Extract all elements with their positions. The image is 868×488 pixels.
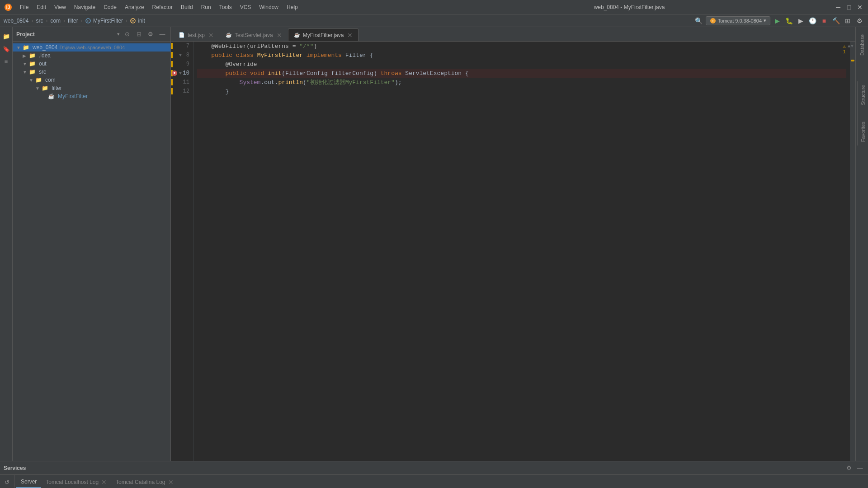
menu-window[interactable]: Window	[255, 3, 282, 11]
breadcrumb-class[interactable]: C MyFirstFilter	[85, 18, 123, 24]
run-coverage-button[interactable]: ▶	[796, 16, 806, 26]
svg-text:m: m	[132, 19, 134, 23]
window-title: web_0804 - MyFirstFilter.java	[425, 4, 834, 10]
project-settings-icon[interactable]: ⚙	[146, 30, 155, 39]
code-line-7: @WebFilter(urlPatterns = "/*")	[197, 42, 846, 51]
collapse-all-icon[interactable]: ⊟	[134, 30, 143, 39]
breadcrumb-project[interactable]: web_0804	[4, 18, 28, 24]
tree-item-com[interactable]: ▼ 📁 com	[13, 76, 170, 84]
hide-panel-icon[interactable]: —	[158, 30, 167, 39]
menu-refactor[interactable]: Refactor	[149, 3, 176, 11]
jsp-icon: 📄	[179, 32, 185, 38]
run-button[interactable]: ▶	[772, 16, 782, 26]
tree-item-filter[interactable]: ▼ 📁 filter	[13, 84, 170, 92]
profile-button[interactable]: 🕐	[807, 16, 817, 26]
tree-item-myfirstfilter[interactable]: ▶ ☕ MyFirstFilter	[13, 92, 170, 100]
server-tab[interactable]: Server	[16, 476, 41, 488]
close-catalina-log-tab[interactable]: ✕	[168, 479, 174, 486]
code-line-11: System.out.println("初始化过滤器MyFirstFilter"…	[197, 78, 846, 87]
services-tabs: Server Tomcat Localhost Log ✕ Tomcat Cat…	[14, 475, 868, 488]
editor-area: 📄 test.jsp ✕ ☕ TestServlet.java ✕ ☕ MyFi…	[171, 27, 855, 461]
code-editor[interactable]: 7 ▼ 8 9 ● ▼ 10	[171, 42, 855, 461]
services-left-toolbar: ↺ + ▶ ■ ↺ 🐛 → ← 🌐 ≡ 📋	[0, 475, 14, 488]
structure-panel-label[interactable]: Structure	[859, 81, 868, 109]
menu-bar: File Edit View Navigate Code Analyze Ref…	[16, 3, 425, 11]
project-sidebar-icon[interactable]: 📁	[1, 31, 12, 42]
fold-arrow-10[interactable]: ▼	[179, 71, 182, 76]
locate-file-icon[interactable]: ⊙	[123, 30, 132, 39]
expand-button[interactable]: ⊞	[843, 16, 853, 26]
line-num-10: ● ▼ 10	[171, 69, 193, 78]
tomcat-catalina-log-tab[interactable]: Tomcat Catalina Log ✕	[111, 476, 178, 488]
line-num-12: 12	[171, 87, 193, 96]
menu-file[interactable]: File	[16, 3, 32, 11]
services-header-right: ⚙ —	[844, 464, 864, 473]
services-hide-icon[interactable]: —	[855, 464, 864, 473]
breakpoint-icon-10[interactable]: ●	[172, 70, 177, 76]
app-logo: IJ	[4, 3, 13, 12]
services-main: Server Tomcat Localhost Log ✕ Tomcat Cat…	[14, 475, 868, 488]
database-panel-label[interactable]: Database	[858, 31, 867, 59]
tab-test-jsp[interactable]: 📄 test.jsp ✕	[173, 28, 220, 41]
breadcrumb-method[interactable]: m init	[130, 18, 145, 24]
tab-close-test-jsp[interactable]: ✕	[208, 32, 214, 39]
menu-edit[interactable]: Edit	[33, 3, 50, 11]
menu-navigate[interactable]: Navigate	[71, 3, 99, 11]
build-button[interactable]: 🔨	[831, 16, 841, 26]
tree-item-src[interactable]: ▼ 📁 src	[13, 68, 170, 76]
line-num-9: 9	[171, 60, 193, 69]
menu-code[interactable]: Code	[100, 3, 120, 11]
close-button[interactable]: ✕	[855, 3, 864, 12]
favorites-panel-label[interactable]: Favorites	[859, 118, 868, 145]
svg-text:IJ: IJ	[6, 5, 10, 10]
project-dropdown-arrow[interactable]: ▾	[117, 31, 120, 37]
breadcrumb-com[interactable]: com	[50, 18, 61, 24]
right-vertical-tabs: Structure Favorites	[857, 81, 868, 145]
breadcrumb-filter[interactable]: filter	[68, 18, 78, 24]
code-line-9: @Override	[197, 60, 846, 69]
servlet-icon: ☕	[226, 32, 232, 38]
menu-view[interactable]: View	[51, 3, 70, 11]
tomcat-config-button[interactable]: T Tomcat 9.0.38-0804 ▾	[706, 16, 770, 25]
tab-close-myfirstfilter[interactable]: ✕	[347, 32, 353, 39]
menu-help[interactable]: Help	[283, 3, 302, 11]
breadcrumb-src[interactable]: src	[36, 18, 43, 24]
left-sidebar: 📁 🔖 ≡	[0, 27, 13, 461]
nav-bar: web_0804 › src › com › filter › C MyFirs…	[0, 14, 868, 27]
tomcat-localhost-log-tab[interactable]: Tomcat Localhost Log ✕	[41, 476, 111, 488]
svg-text:T: T	[712, 19, 714, 23]
stop-button[interactable]: ■	[819, 16, 829, 26]
tree-item-idea[interactable]: ▶ 📁 .idea	[13, 52, 170, 60]
menu-run[interactable]: Run	[198, 3, 215, 11]
nav-right: 🔍 T Tomcat 9.0.38-0804 ▾ ▶ 🐛 ▶ 🕐 ■ 🔨 ⊞ ⚙	[694, 16, 864, 26]
services-settings-icon[interactable]: ⚙	[844, 464, 854, 473]
settings-button[interactable]: ⚙	[854, 16, 864, 26]
project-panel-title: Project	[16, 31, 113, 38]
menu-analyze[interactable]: Analyze	[121, 3, 148, 11]
maximize-button[interactable]: □	[844, 3, 854, 12]
search-everywhere-button[interactable]: 🔍	[694, 16, 704, 26]
tree-item-out[interactable]: ▼ 📁 out	[13, 60, 170, 68]
warning-bar: ⚠ 1 ▲ ▼	[850, 42, 855, 461]
menu-vcs[interactable]: VCS	[236, 3, 255, 11]
menu-tools[interactable]: Tools	[216, 3, 236, 11]
structure-icon[interactable]: ≡	[1, 56, 12, 67]
code-line-10: public void init(FilterConfig filterConf…	[197, 69, 846, 78]
fold-arrow-8[interactable]: ▼	[179, 53, 182, 58]
tab-myfirstfilter[interactable]: ☕ MyFirstFilter.java ✕	[288, 28, 359, 41]
menu-build[interactable]: Build	[177, 3, 197, 11]
minimize-button[interactable]: ─	[834, 3, 843, 12]
tab-testservlet[interactable]: ☕ TestServlet.java ✕	[220, 28, 288, 41]
tree-item-root[interactable]: ▼ 📁 web_0804 D:\java-web-space\web_0804	[13, 43, 170, 52]
code-content[interactable]: @WebFilter(urlPatterns = "/*") public cl…	[193, 42, 850, 461]
close-localhost-log-tab[interactable]: ✕	[101, 479, 107, 486]
debug-button[interactable]: 🐛	[784, 16, 794, 26]
bookmarks-icon[interactable]: 🔖	[1, 43, 12, 54]
diff-marker-7	[171, 43, 173, 49]
project-header: Project ▾ ⊙ ⊟ ⚙ —	[13, 27, 170, 42]
tab-close-testservlet[interactable]: ✕	[277, 32, 282, 39]
refresh-button[interactable]: ↺	[2, 477, 13, 488]
main-layout: 📁 🔖 ≡ Project ▾ ⊙ ⊟ ⚙ — ▼ 📁 web_0804 D:\…	[0, 27, 868, 461]
tab-bar: 📄 test.jsp ✕ ☕ TestServlet.java ✕ ☕ MyFi…	[171, 27, 855, 42]
diff-marker-12	[171, 88, 173, 94]
